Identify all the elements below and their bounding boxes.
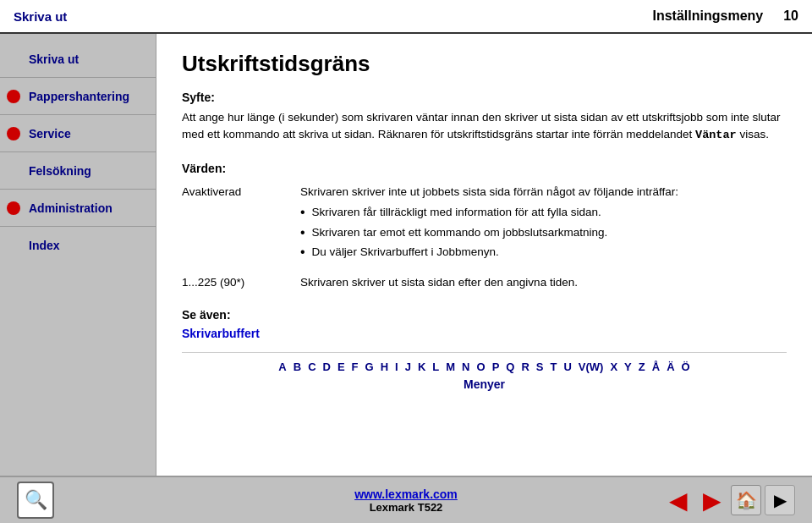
sidebar-dot xyxy=(7,201,20,215)
index-letter-ä[interactable]: Ä xyxy=(664,360,677,374)
index-letter-n[interactable]: N xyxy=(459,360,472,374)
sidebar-item-label: Service xyxy=(29,127,71,140)
see-also-link[interactable]: Skrivarbuffert xyxy=(182,327,260,340)
index-letter-x[interactable]: X xyxy=(607,360,620,374)
purpose-text-before: Att ange hur länge (i sekunder) som skri… xyxy=(182,111,781,140)
nav-forward-button[interactable]: ▶ xyxy=(697,485,727,515)
sidebar-dot xyxy=(7,239,20,252)
sidebar-dot xyxy=(7,52,20,66)
index-letter-t[interactable]: T xyxy=(547,360,559,374)
page-number: 10 xyxy=(783,8,798,24)
index-letter-u[interactable]: U xyxy=(561,360,573,374)
content-title: Utskriftstidsgräns xyxy=(182,51,787,77)
sidebar-item-service[interactable]: Service xyxy=(0,115,156,152)
home-icon: 🏠 xyxy=(736,490,757,510)
values-desc-avaktiverad: Skrivaren skriver inte ut jobbets sista … xyxy=(300,184,678,265)
index-letter-k[interactable]: K xyxy=(415,360,428,374)
values-key-range: 1...225 (90*) xyxy=(182,274,283,289)
index-menus-link[interactable]: Menyer xyxy=(464,377,505,391)
values-desc-range: Skrivaren skriver ut sista sidan efter d… xyxy=(300,274,578,291)
top-bar-right: Inställningsmeny 10 xyxy=(653,8,799,24)
page-title: Inställningsmeny xyxy=(653,8,764,24)
bottom-url[interactable]: www.lexmark.com xyxy=(354,487,458,501)
bullet-item: Du väljer Skrivarbuffert i Jobbmenyn. xyxy=(300,244,678,262)
index-letter-a[interactable]: A xyxy=(276,360,288,374)
index-letter-p[interactable]: P xyxy=(490,360,502,374)
index-letter-d[interactable]: D xyxy=(321,360,333,374)
index-letter-i[interactable]: I xyxy=(392,360,401,374)
sidebar: Skriva ut Pappershantering Service Felsö… xyxy=(0,34,156,476)
index-section: ABCDEFGHIJKLMNOPQRSTUV(W)XYZÅÄÖ Menyer xyxy=(182,352,787,391)
sidebar-item-administration[interactable]: Administration xyxy=(0,190,156,227)
values-section: Värden: Avaktiverad Skrivaren skriver in… xyxy=(182,162,787,292)
index-letter-r[interactable]: R xyxy=(518,360,531,374)
top-bar: Skriva ut Inställningsmeny 10 xyxy=(0,0,812,34)
values-key-avaktiverad: Avaktiverad xyxy=(182,184,283,198)
values-title: Värden: xyxy=(182,162,787,175)
index-letter-g[interactable]: G xyxy=(363,360,376,374)
values-row-range: 1...225 (90*) Skrivaren skriver ut sista… xyxy=(182,274,787,291)
sidebar-dot xyxy=(7,164,20,178)
nav-back-button[interactable]: ◀ xyxy=(663,485,694,515)
bottom-model: Lexmark T522 xyxy=(370,501,443,514)
chevron-right-icon: ▶ xyxy=(774,490,787,510)
bullet-item: Skrivaren får tillräckligt med informati… xyxy=(300,204,678,222)
index-letters: ABCDEFGHIJKLMNOPQRSTUV(W)XYZÅÄÖ xyxy=(182,360,787,374)
index-letter-ö[interactable]: Ö xyxy=(679,360,693,374)
bullet-item: Skrivaren tar emot ett kommando om jobbs… xyxy=(300,224,678,242)
bottom-nav-icons: ◀ ▶ 🏠 ▶ xyxy=(663,485,795,515)
index-letter-s[interactable]: S xyxy=(534,360,546,374)
sidebar-item-label: Felsökning xyxy=(29,164,91,178)
sidebar-item-index[interactable]: Index xyxy=(0,227,156,264)
index-letter-y[interactable]: Y xyxy=(622,360,634,374)
purpose-text-after: visas. xyxy=(739,128,769,140)
nav-back-label[interactable]: Skriva ut xyxy=(14,9,67,24)
purpose-label: Syfte: xyxy=(182,91,787,104)
index-letter-q[interactable]: Q xyxy=(503,360,517,374)
index-letter-b[interactable]: B xyxy=(291,360,304,374)
search-icon: 🔍 xyxy=(25,489,47,511)
purpose-section: Syfte: Att ange hur länge (i sekunder) s… xyxy=(182,91,787,145)
index-letter-m[interactable]: M xyxy=(443,360,458,374)
values-row-avaktiverad: Avaktiverad Skrivaren skriver inte ut jo… xyxy=(182,184,787,265)
values-bullets-avaktiverad: Skrivaren får tillräckligt med informati… xyxy=(300,204,678,262)
see-also-section: Se även: Skrivarbuffert xyxy=(182,308,787,340)
bottom-bar: 🔍 www.lexmark.com Lexmark T522 ◀ ▶ 🏠 ▶ xyxy=(0,476,812,523)
index-letter-j[interactable]: J xyxy=(403,360,414,374)
values-desc-text: Skrivaren skriver inte ut jobbets sista … xyxy=(300,185,678,198)
values-table: Avaktiverad Skrivaren skriver inte ut jo… xyxy=(182,184,787,292)
index-letter-e[interactable]: E xyxy=(335,360,348,374)
sidebar-item-label: Administration xyxy=(29,201,112,215)
index-letter-o[interactable]: O xyxy=(475,360,488,374)
index-letter-c[interactable]: C xyxy=(305,360,318,374)
index-letter-h[interactable]: H xyxy=(378,360,391,374)
sidebar-item-skriva-ut[interactable]: Skriva ut xyxy=(0,41,156,78)
purpose-code: Väntar xyxy=(695,129,737,141)
nav-next-button[interactable]: ▶ xyxy=(765,485,795,515)
content-area: Utskriftstidsgräns Syfte: Att ange hur l… xyxy=(156,34,812,476)
sidebar-item-label: Pappershantering xyxy=(29,90,129,103)
index-letter-v(w)[interactable]: V(W) xyxy=(576,360,606,374)
sidebar-item-label: Index xyxy=(29,239,60,252)
index-letter-f[interactable]: F xyxy=(349,360,361,374)
sidebar-item-pappershantering[interactable]: Pappershantering xyxy=(0,78,156,115)
home-button[interactable]: 🏠 xyxy=(731,485,761,515)
index-letter-l[interactable]: L xyxy=(430,360,442,374)
index-letter-z[interactable]: Z xyxy=(636,360,648,374)
main-container: Skriva ut Pappershantering Service Felsö… xyxy=(0,34,812,476)
sidebar-item-label: Skriva ut xyxy=(29,52,79,66)
sidebar-dot xyxy=(7,127,20,140)
search-icon-box[interactable]: 🔍 xyxy=(17,482,54,519)
see-also-label: Se även: xyxy=(182,308,787,322)
sidebar-item-felsoekning[interactable]: Felsökning xyxy=(0,152,156,190)
index-letter-å[interactable]: Å xyxy=(650,360,662,374)
purpose-text: Att ange hur länge (i sekunder) som skri… xyxy=(182,109,787,145)
sidebar-dot xyxy=(7,90,20,103)
